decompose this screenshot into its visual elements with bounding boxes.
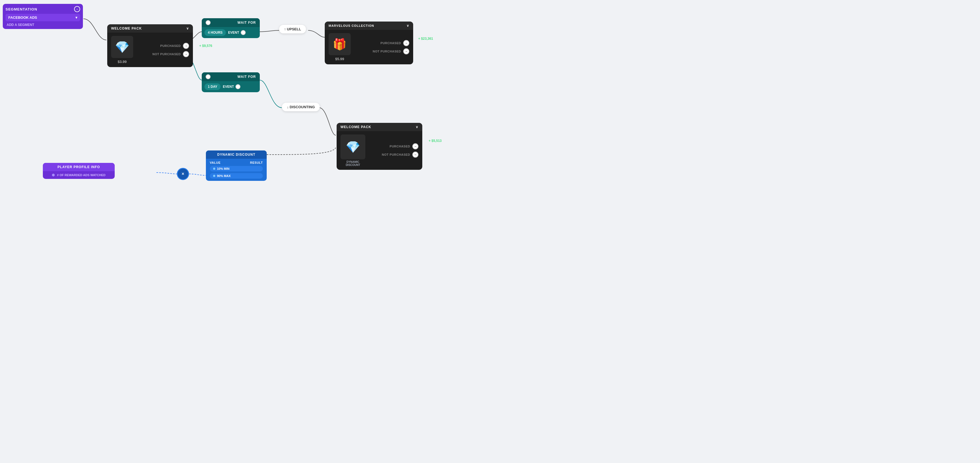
wait-for-2-header: → WAIT FOR	[202, 72, 260, 81]
wait2-right-connector[interactable]: →	[235, 84, 240, 89]
wait1-event: EVENT →	[228, 30, 246, 35]
wp2-revenue: + $5,513	[429, 139, 442, 143]
welcome-pack-1-revenue: + $9,576	[199, 44, 212, 48]
not-purchased-row: NOT PURCHASED →	[137, 51, 189, 57]
add-segment-button[interactable]: ADD A SEGMENT	[6, 23, 80, 27]
wait1-right-connector[interactable]: →	[241, 30, 246, 35]
segmentation-title: SEGMENTATION →	[6, 6, 80, 12]
dyn-option1[interactable]: 10% MIN	[210, 166, 263, 171]
wait1-left-connector[interactable]: →	[205, 20, 211, 25]
purchased-row: PURCHASED →	[137, 43, 189, 49]
segmentation-arrow[interactable]: →	[74, 6, 80, 12]
chevron-icon[interactable]: ∨	[186, 27, 189, 30]
wp2-purchased-connector[interactable]: →	[412, 143, 418, 149]
wait-for-2-node: → WAIT FOR 1 DAY EVENT →	[202, 72, 260, 92]
welcome-pack-1-header: WELCOME PACK ∨	[107, 24, 193, 33]
wp2-not-purchased-connector[interactable]: →	[412, 152, 418, 158]
not-purchased-connector[interactable]: →	[183, 51, 189, 57]
marvelous-collection-header: MARVELOUS COLLECTION ∨	[325, 22, 413, 30]
purchased-connector[interactable]: →	[183, 43, 189, 49]
segmentation-node: SEGMENTATION → FACEBOOK ADS ▾ ADD A SEGM…	[3, 4, 83, 29]
marvelous-collection-node: MARVELOUS COLLECTION ∨ 🎁 $5.99 PURCHASED…	[325, 22, 413, 64]
welcome-pack-2-node: WELCOME PACK ∨ 💎 DYNAMICDISCOUNT PURCHAS…	[337, 123, 422, 170]
dyn-labels-row: VALUE RESULT	[210, 161, 263, 164]
dyn-option2[interactable]: 90% MAX	[210, 173, 263, 179]
marvelous-price: $5.99	[335, 57, 344, 61]
wait2-left-connector[interactable]: →	[205, 74, 211, 79]
multiply-node[interactable]: ×	[177, 168, 189, 180]
wait-for-1-node: → WAIT FOR 4 HOURS EVENT →	[202, 18, 260, 38]
dynamic-discount-header: DYNAMIC DISCOUNT	[206, 151, 267, 159]
marvelous-not-purchased-row: NOT PURCHASED →	[354, 48, 409, 54]
welcome-pack-1-price: $3.99	[118, 60, 127, 64]
marvelous-not-purchased-connector[interactable]: →	[403, 48, 409, 54]
wait1-duration[interactable]: 4 HOURS	[205, 29, 226, 36]
pp-dot	[52, 174, 55, 176]
chevron-down-icon: ▾	[75, 16, 77, 20]
chevron-icon[interactable]: ∨	[407, 24, 409, 28]
marvelous-purchased-row: PURCHASED →	[354, 40, 409, 46]
chevron-icon[interactable]: ∨	[416, 125, 418, 129]
dynamic-discount-label: DYNAMICDISCOUNT	[346, 160, 360, 166]
welcome-pack-2-image: 💎	[340, 135, 365, 159]
marvelous-image: 🎁	[329, 33, 351, 55]
marvelous-revenue: + $23,361	[418, 37, 433, 41]
welcome-pack-1-node: WELCOME PACK ∨ 💎 $3.99 PURCHASED → NOT P…	[107, 24, 193, 67]
wait-for-1-header: → WAIT FOR	[202, 18, 260, 27]
marvelous-purchased-connector[interactable]: →	[403, 40, 409, 46]
facebook-ads-dropdown[interactable]: FACEBOOK ADS ▾	[6, 14, 80, 21]
wait2-event: EVENT →	[223, 84, 240, 89]
wp2-purchased-row: PURCHASED →	[369, 143, 418, 149]
dynamic-discount-node: DYNAMIC DISCOUNT VALUE RESULT 10% MIN 90…	[206, 151, 267, 181]
upsell-label: ↑ UPSELL	[279, 25, 306, 33]
welcome-pack-1-image: 💎	[111, 36, 133, 58]
discounting-label: ↓ DISCOUNTING	[282, 103, 320, 111]
wait2-duration[interactable]: 1 DAY	[205, 83, 221, 90]
player-profile-node: PLAYER PROFILE INFO # OF REWARDED ADS WA…	[43, 163, 115, 179]
player-profile-header: PLAYER PROFILE INFO	[43, 163, 115, 171]
welcome-pack-2-header: WELCOME PACK ∨	[337, 123, 422, 131]
player-profile-body: # OF REWARDED ADS WATCHED	[43, 171, 115, 179]
wp2-not-purchased-row: NOT PURCHASED →	[369, 152, 418, 158]
